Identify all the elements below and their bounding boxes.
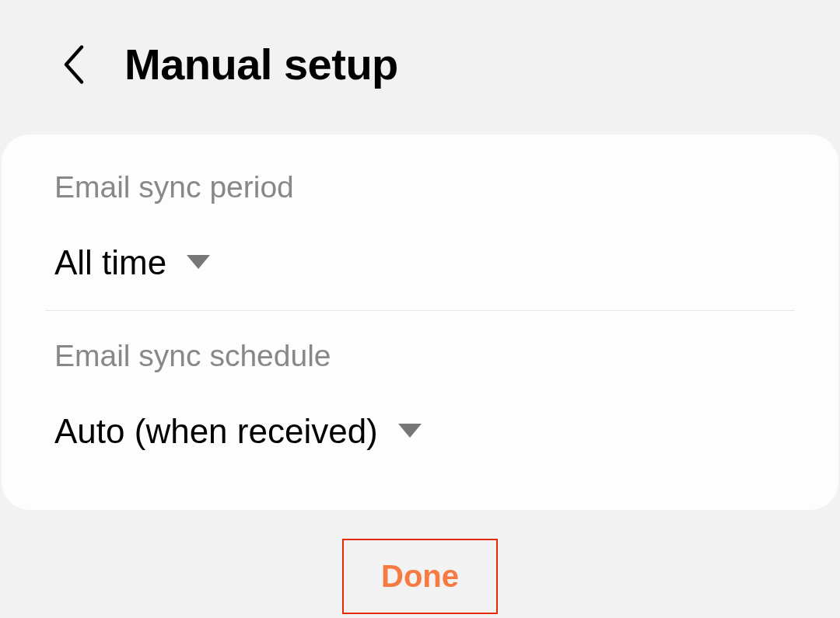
email-sync-period-value: All time xyxy=(54,243,166,282)
settings-card: Email sync period All time Email sync sc… xyxy=(2,134,838,510)
email-sync-schedule-value: Auto (when received) xyxy=(54,412,378,451)
chevron-down-icon xyxy=(398,424,422,439)
footer: Done xyxy=(0,539,840,614)
done-button-label: Done xyxy=(381,559,459,593)
email-sync-schedule-dropdown[interactable]: Auto (when received) xyxy=(54,412,786,451)
chevron-down-icon xyxy=(187,255,210,271)
email-sync-schedule-block: Email sync schedule Auto (when received) xyxy=(2,311,838,479)
svg-marker-1 xyxy=(398,424,422,438)
back-icon[interactable] xyxy=(54,45,93,84)
email-sync-schedule-label: Email sync schedule xyxy=(54,339,786,373)
done-button[interactable]: Done xyxy=(342,539,498,614)
header: Manual setup xyxy=(0,0,840,120)
page-title: Manual setup xyxy=(124,39,398,89)
email-sync-period-label: Email sync period xyxy=(54,170,786,204)
email-sync-period-block: Email sync period All time xyxy=(2,142,838,310)
email-sync-period-dropdown[interactable]: All time xyxy=(54,243,786,282)
svg-marker-0 xyxy=(187,255,210,269)
